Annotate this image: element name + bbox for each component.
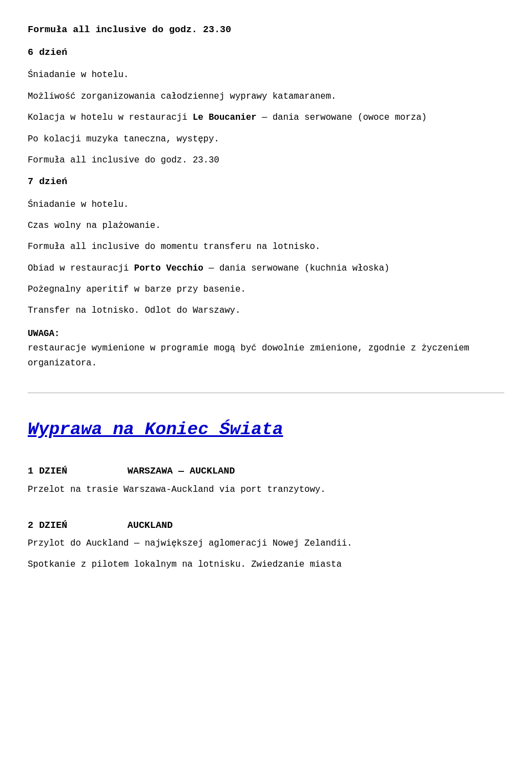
uwaga-title: UWAGA: bbox=[28, 329, 60, 339]
day7-line4-suffix: — dania serwowane (kuchnia włoska) bbox=[203, 263, 390, 273]
day7-line4-bold: Porto Vecchio bbox=[134, 263, 203, 273]
day7-line2: Czas wolny na plażowanie. bbox=[28, 218, 504, 233]
day2-label: 2 DZIEŃ bbox=[28, 518, 94, 533]
section-formula: Formuła all inclusive do godz. 23.30 6 d… bbox=[28, 22, 504, 370]
day6-line1: Śniadanie w hotelu. bbox=[28, 68, 504, 82]
day7-line1: Śniadanie w hotelu. bbox=[28, 197, 504, 212]
day6-line4: Po kolacji muzyka taneczna, występy. bbox=[28, 132, 504, 146]
section-wyprawa: Wyprawa na Koniec Świata 1 DZIEŃ WARSZAW… bbox=[28, 415, 504, 572]
uwaga-text: restauracje wymienione w programie mogą … bbox=[28, 341, 504, 370]
day2-line2: Spotkanie z pilotem lokalnym na lotnisku… bbox=[28, 557, 504, 572]
day6-line3: Kolacja w hotelu w restauracji Le Boucan… bbox=[28, 110, 504, 125]
day6-label: 6 dzień bbox=[28, 45, 504, 60]
day7-line3: Formuła all inclusive do momentu transfe… bbox=[28, 240, 504, 254]
day1-destination: WARSZAWA — AUCKLAND bbox=[127, 464, 235, 479]
day7-line4-prefix: Obiad w restauracji bbox=[28, 263, 134, 273]
day1-text: Przelot na trasie Warszawa-Auckland via … bbox=[28, 482, 504, 497]
day2-line1: Przylot do Auckland — największej aglome… bbox=[28, 536, 504, 551]
day7-label: 7 dzień bbox=[28, 174, 504, 189]
day1-label: 1 DZIEŃ bbox=[28, 464, 94, 479]
section-divider bbox=[28, 393, 504, 393]
day6-line3-prefix: Kolacja w hotelu w restauracji bbox=[28, 113, 193, 123]
day2-destination: AUCKLAND bbox=[127, 518, 173, 533]
day6-line3-suffix: — dania serwowane (owoce morza) bbox=[257, 113, 427, 123]
day7-line5: Pożegnalny aperitif w barze przy basenie… bbox=[28, 282, 504, 297]
day6-line2: Możliwość zorganizowania całodziennej wy… bbox=[28, 89, 504, 104]
day1-row: 1 DZIEŃ WARSZAWA — AUCKLAND bbox=[28, 464, 504, 479]
day2-row: 2 DZIEŃ AUCKLAND bbox=[28, 518, 504, 533]
day7-line4: Obiad w restauracji Porto Vecchio — dani… bbox=[28, 261, 504, 276]
uwaga-section: UWAGA: restauracje wymienione w programi… bbox=[28, 327, 504, 370]
formula-heading: Formuła all inclusive do godz. 23.30 bbox=[28, 22, 504, 37]
wyprawa-title[interactable]: Wyprawa na Koniec Świata bbox=[28, 415, 504, 444]
day6-line3-bold: Le Boucanier bbox=[193, 113, 257, 123]
day6-line5: Formuła all inclusive do godz. 23.30 bbox=[28, 153, 504, 167]
day7-line6: Transfer na lotnisko. Odlot do Warszawy. bbox=[28, 303, 504, 318]
